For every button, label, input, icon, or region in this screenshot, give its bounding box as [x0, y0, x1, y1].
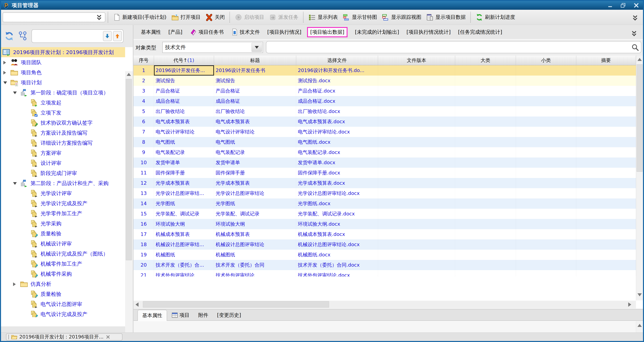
subcategory-cell[interactable] — [516, 188, 576, 199]
serial-cell[interactable]: 20 — [134, 260, 154, 270]
code-cell[interactable]: 测试报告 — [154, 76, 214, 86]
subcategory-cell[interactable] — [516, 96, 576, 106]
version-cell[interactable] — [378, 250, 455, 260]
code-cell[interactable]: 机械设计总图评审结... — [154, 239, 214, 250]
tree-item[interactable]: 技术协议双方确认签字 — [1, 118, 125, 128]
file-cell[interactable]: 电气装配记录.docx — [296, 147, 378, 157]
code-cell[interactable]: 环境试验大纲 — [154, 219, 214, 229]
code-cell[interactable]: 成品合格证 — [154, 96, 214, 106]
serial-cell[interactable]: 10 — [134, 157, 154, 168]
summary-cell[interactable] — [576, 219, 636, 229]
subcategory-cell[interactable] — [516, 178, 576, 188]
table-row[interactable]: 120196设计开发任务...20196设计开发任务书20196设计和开发任务书… — [134, 65, 636, 76]
serial-cell[interactable]: 4 — [134, 96, 154, 106]
title-cell[interactable]: 电气装配记录 — [214, 147, 296, 157]
version-cell[interactable] — [378, 76, 455, 86]
expand-arrow-icon[interactable] — [13, 282, 16, 286]
serial-cell[interactable]: 9 — [134, 147, 154, 157]
table-row[interactable]: 7电气设计评审结论电气设计评审结论电气设计评审结论.docx — [134, 127, 636, 137]
file-cell[interactable]: 机械成本预算表.docx — [296, 229, 378, 239]
serial-cell[interactable]: 19 — [134, 250, 154, 260]
category-cell[interactable] — [455, 76, 516, 86]
table-horizontal-scrollbar[interactable] — [134, 301, 636, 308]
version-cell[interactable] — [378, 127, 455, 137]
view-tab-4[interactable]: 技术文件 — [231, 28, 260, 36]
tree-item[interactable]: 光学设计完成及投产 — [1, 198, 125, 208]
code-cell[interactable]: 出厂验收结论 — [154, 106, 214, 116]
category-cell[interactable] — [455, 86, 516, 96]
tree-item[interactable]: 第二阶段：产品设计和生产、采购 — [1, 178, 125, 188]
serial-cell[interactable]: 2 — [134, 76, 154, 86]
file-cell[interactable]: 光学设计总图评审结论.docx — [296, 188, 378, 199]
summary-cell[interactable] — [576, 178, 636, 188]
close-button[interactable] — [632, 2, 640, 9]
summary-cell[interactable] — [576, 147, 636, 157]
serial-cell[interactable]: 12 — [134, 178, 154, 188]
title-cell[interactable]: 光学图纸 — [214, 199, 296, 209]
column-header-5[interactable]: 文件版本 — [378, 56, 455, 65]
category-cell[interactable] — [455, 116, 516, 127]
category-cell[interactable] — [455, 239, 516, 250]
hierarchy-icon[interactable] — [18, 31, 28, 41]
tree-item[interactable]: 机械设计评审 — [1, 239, 125, 249]
summary-cell[interactable] — [576, 86, 636, 96]
show-list-button[interactable]: 显示列表 — [306, 12, 340, 23]
summary-cell[interactable] — [576, 157, 636, 168]
table-row[interactable]: 14光学图纸光学图纸光学图纸.docx — [134, 199, 636, 209]
code-cell[interactable]: 固件保障手册 — [154, 168, 214, 178]
title-cell[interactable]: 机械成本预算表 — [214, 229, 296, 239]
subcategory-cell[interactable] — [516, 168, 576, 178]
subcategory-cell[interactable] — [516, 199, 576, 209]
serial-cell[interactable]: 11 — [134, 168, 154, 178]
subcategory-cell[interactable] — [516, 106, 576, 116]
subcategory-cell[interactable] — [516, 147, 576, 157]
refresh-progress-button[interactable]: 刷新计划进度 — [473, 12, 518, 23]
table-row[interactable]: 19机械图纸机械图纸机械图纸.docx — [134, 250, 636, 260]
version-cell[interactable] — [378, 209, 455, 219]
version-cell[interactable] — [378, 147, 455, 157]
subcategory-cell[interactable] — [516, 86, 576, 96]
tree-item[interactable]: 项目团队 — [1, 57, 125, 67]
file-cell[interactable]: 光学成本预算表.docx — [296, 178, 378, 188]
title-cell[interactable]: 机械图纸 — [214, 250, 296, 260]
version-cell[interactable] — [378, 106, 455, 116]
category-cell[interactable] — [455, 127, 516, 137]
category-cell[interactable] — [455, 188, 516, 199]
tree-item[interactable]: 机械零件采购 — [1, 269, 125, 279]
summary-cell[interactable] — [576, 168, 636, 178]
version-cell[interactable] — [378, 199, 455, 209]
summary-cell[interactable] — [576, 127, 636, 137]
serial-cell[interactable]: 13 — [134, 188, 154, 199]
serial-cell[interactable]: 1 — [134, 65, 154, 76]
column-header-4[interactable]: 选择文件 — [296, 56, 378, 65]
tree-item[interactable]: 立项发起 — [1, 98, 125, 108]
tree-item[interactable]: 仿真分析 — [1, 279, 125, 289]
serial-cell[interactable]: 15 — [134, 209, 154, 219]
tree-item[interactable]: 方案设计及报告编写 — [1, 128, 125, 138]
version-cell[interactable] — [378, 270, 455, 276]
code-cell[interactable]: 产品合格证 — [154, 86, 214, 96]
subcategory-cell[interactable] — [516, 250, 576, 260]
title-cell[interactable]: 光学装配、调试记录 — [214, 209, 296, 219]
summary-cell[interactable] — [576, 260, 636, 270]
tree-item[interactable]: 质量检验 — [1, 289, 125, 299]
summary-cell[interactable] — [576, 116, 636, 127]
category-cell[interactable] — [455, 178, 516, 188]
expand-arrow-icon[interactable] — [3, 71, 6, 75]
category-cell[interactable] — [455, 65, 516, 76]
subcategory-cell[interactable] — [516, 65, 576, 76]
summary-cell[interactable] — [576, 188, 636, 199]
table-row[interactable]: 6电气成本预算表电气成本预算表电气成本预算表.docx — [134, 116, 636, 127]
expand-arrow-icon[interactable] — [3, 61, 6, 65]
minimize-button[interactable] — [606, 2, 614, 9]
search-down-button[interactable] — [103, 31, 112, 41]
table-row[interactable]: 9电气装配记录电气装配记录电气装配记录.docx — [134, 147, 636, 157]
version-cell[interactable] — [378, 137, 455, 147]
object-type-combo[interactable]: 技术文件 — [162, 42, 263, 53]
table-row[interactable]: 13光学设计总图评审结...光学设计总图评审结论光学设计总图评审结论.docx — [134, 188, 636, 199]
serial-cell[interactable]: 14 — [134, 199, 154, 209]
column-header-2[interactable]: 代号↑(1) — [154, 56, 214, 65]
subcategory-cell[interactable] — [516, 239, 576, 250]
summary-cell[interactable] — [576, 65, 636, 76]
column-header-1[interactable]: 序号 — [134, 56, 154, 65]
